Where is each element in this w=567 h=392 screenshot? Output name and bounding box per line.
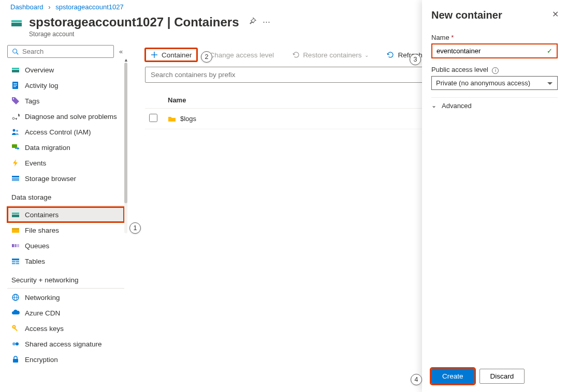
search-icon xyxy=(12,48,19,55)
sidebar-item-label: Diagnose and solve problems xyxy=(25,113,117,120)
advanced-toggle[interactable]: ⌄ Advanced xyxy=(431,97,558,114)
chevron-down-icon: ⌄ xyxy=(365,52,369,58)
check-icon: ✓ xyxy=(547,47,553,55)
networking-icon xyxy=(11,293,20,301)
file-shares-icon xyxy=(11,226,20,234)
sidebar-item-activity-log[interactable]: Activity log xyxy=(7,78,124,93)
svg-rect-17 xyxy=(12,213,19,214)
tables-icon xyxy=(11,257,20,265)
svg-rect-27 xyxy=(16,263,20,264)
add-container-button[interactable]: Container xyxy=(145,48,197,62)
discard-button[interactable]: Discard xyxy=(479,369,525,384)
svg-point-11 xyxy=(12,117,14,119)
svg-point-2 xyxy=(13,49,17,53)
sidebar-item-queues[interactable]: Queues xyxy=(7,238,124,253)
svg-point-35 xyxy=(16,342,19,345)
sidebar-item-file-shares[interactable]: File shares xyxy=(7,222,124,238)
sidebar-item-overview[interactable]: Overview xyxy=(7,62,124,78)
advanced-label: Advanced xyxy=(442,102,472,110)
sidebar-item-label: Access Control (IAM) xyxy=(25,128,91,136)
callout-2: 2 xyxy=(201,51,212,63)
svg-rect-15 xyxy=(12,176,19,177)
page-title: spstorageaccount1027 | Containers xyxy=(29,15,239,29)
row-name: $logs xyxy=(180,115,196,123)
breadcrumb-resource[interactable]: spstorageaccount1027 xyxy=(55,3,124,11)
name-input[interactable]: ✓ xyxy=(431,43,558,58)
sidebar-item-label: Networking xyxy=(25,294,60,301)
page-subtitle: Storage account xyxy=(29,31,239,38)
sidebar-item-label: Activity log xyxy=(25,82,59,89)
sidebar-item-storage-browser[interactable]: Storage browser xyxy=(7,171,124,186)
sas-icon xyxy=(11,340,20,348)
storage-account-icon xyxy=(10,17,23,29)
more-icon[interactable]: ⋯ xyxy=(263,17,270,26)
refresh-icon xyxy=(386,51,395,59)
sidebar-item-label: Overview xyxy=(25,66,54,74)
svg-rect-26 xyxy=(12,263,16,264)
row-checkbox[interactable] xyxy=(149,114,157,122)
svg-rect-4 xyxy=(12,68,19,69)
sidebar-item-data-migration[interactable]: Data migration xyxy=(7,140,124,155)
svg-rect-33 xyxy=(14,328,18,331)
collapse-sidebar-icon[interactable]: « xyxy=(117,46,125,57)
access-label: Public access level i xyxy=(431,66,558,74)
pin-icon[interactable] xyxy=(249,17,256,26)
svg-rect-14 xyxy=(12,144,17,148)
sidebar-item-label: Encryption xyxy=(25,356,58,364)
svg-point-34 xyxy=(12,342,16,345)
sidebar-item-networking[interactable]: Networking xyxy=(7,290,124,305)
cdn-icon xyxy=(11,309,20,317)
sidebar-search-input[interactable] xyxy=(7,45,114,58)
queues-icon xyxy=(11,242,20,250)
sidebar-item-sas[interactable]: Shared access signature xyxy=(7,336,124,352)
callout-3: 3 xyxy=(410,54,421,65)
sidebar-item-label: Tags xyxy=(25,97,40,105)
sidebar: « ▲ Overview Activity log Tags Diagnose … xyxy=(0,45,126,392)
create-button[interactable]: Create xyxy=(431,369,474,384)
sidebar-item-events[interactable]: Events xyxy=(7,155,124,171)
svg-point-32 xyxy=(13,326,15,328)
svg-point-13 xyxy=(16,130,18,132)
folder-icon xyxy=(168,115,176,123)
sidebar-item-label: Azure CDN xyxy=(25,309,60,317)
svg-rect-19 xyxy=(12,228,19,230)
change-access-button[interactable]: Change access level xyxy=(205,49,280,62)
section-security: Security + networking xyxy=(7,269,124,287)
section-data-storage: Data storage xyxy=(7,186,124,204)
col-name[interactable]: Name xyxy=(168,96,453,104)
breadcrumb-dashboard[interactable]: Dashboard xyxy=(10,3,43,11)
tags-icon xyxy=(11,97,20,105)
sidebar-item-tables[interactable]: Tables xyxy=(7,253,124,269)
info-icon[interactable]: i xyxy=(492,67,499,74)
svg-rect-20 xyxy=(12,244,14,247)
sidebar-item-label: Access keys xyxy=(25,325,64,333)
sidebar-item-encryption[interactable]: Encryption xyxy=(7,352,124,367)
button-label: Change access level xyxy=(210,51,274,59)
svg-rect-23 xyxy=(12,259,19,260)
sidebar-item-label: Storage browser xyxy=(25,175,76,183)
svg-rect-0 xyxy=(11,20,22,22)
sidebar-item-azure-cdn[interactable]: Azure CDN xyxy=(7,305,124,321)
containers-icon xyxy=(11,210,20,219)
name-label: Name * xyxy=(431,34,558,41)
sidebar-item-tags[interactable]: Tags xyxy=(7,93,124,109)
lock-icon xyxy=(11,355,20,364)
sidebar-item-access-keys[interactable]: Access keys xyxy=(7,321,124,336)
svg-rect-9 xyxy=(13,86,16,87)
svg-rect-36 xyxy=(13,359,18,363)
svg-rect-21 xyxy=(14,244,17,247)
callout-4: 4 xyxy=(411,374,422,385)
diagnose-icon xyxy=(11,112,20,120)
svg-point-12 xyxy=(13,129,16,132)
callout-1: 1 xyxy=(129,222,141,234)
sidebar-item-diagnose[interactable]: Diagnose and solve problems xyxy=(7,109,124,124)
access-level-select[interactable]: Private (no anonymous access) xyxy=(431,76,558,90)
svg-rect-1 xyxy=(11,23,22,26)
sidebar-item-label: Events xyxy=(25,159,46,167)
sidebar-item-containers[interactable]: Containers xyxy=(7,207,124,222)
restore-containers-button[interactable]: Restore containers ⌄ xyxy=(286,48,374,62)
undo-icon xyxy=(292,51,300,59)
sidebar-item-access-control[interactable]: Access Control (IAM) xyxy=(7,124,124,140)
overview-icon xyxy=(11,66,20,74)
close-icon[interactable]: ✕ xyxy=(552,9,559,19)
